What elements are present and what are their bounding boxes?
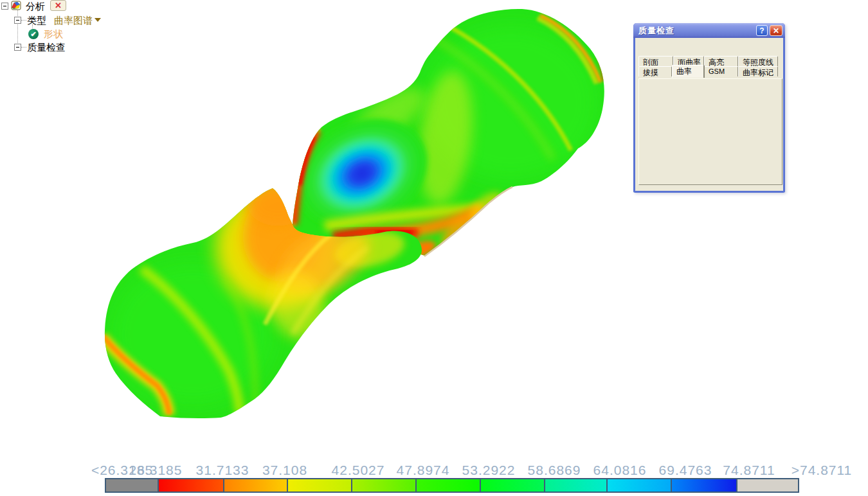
tree-connector — [21, 47, 26, 48]
tab-section[interactable]: 剖面 — [638, 56, 673, 66]
feature-tree: 分析 ✕ 类型 曲率图谱 ✔ 形状 质量检查 — [0, 0, 193, 64]
tab-highlight[interactable]: 高亮 — [704, 56, 738, 66]
tree-expander-quality[interactable] — [14, 44, 21, 51]
scale-segment — [480, 478, 545, 493]
shape-check-icon: ✔ — [28, 29, 39, 39]
scale-segment — [415, 478, 481, 493]
tab-curvature[interactable]: 曲率 — [672, 65, 704, 78]
scale-segment — [544, 478, 608, 493]
tree-connector — [17, 10, 18, 47]
tab-isophotes[interactable]: 等照度线 — [738, 56, 778, 66]
tree-connector — [21, 20, 26, 21]
tree-expander-type[interactable] — [14, 17, 21, 24]
tree-item-quality-check[interactable]: 质量检查 — [27, 42, 66, 54]
scale-tick-label: 74.8711 — [723, 463, 775, 478]
scale-tick-label: 31.7133 — [196, 463, 249, 478]
tab-curvature-marking[interactable]: 曲率标记 — [738, 66, 778, 76]
dialog-title: 质量检查 — [633, 25, 674, 37]
help-button[interactable]: ? — [756, 25, 768, 36]
tree-expander-root[interactable] — [1, 3, 8, 10]
scale-tick-label: 64.0816 — [593, 463, 647, 478]
surface-back-sheet — [278, 9, 604, 265]
scale-segment — [223, 478, 288, 493]
scale-tick-label: 42.5027 — [332, 463, 385, 478]
scale-segment — [351, 478, 417, 493]
quality-check-dialog: 质量检查 ? ✕ 剖面 面曲率 高亮 等照度线 拔摸 曲率 GSM 曲率标记 ✔… — [633, 23, 785, 193]
delete-analysis-button[interactable]: ✕ — [50, 0, 66, 11]
dropdown-arrow-icon[interactable] — [95, 18, 101, 22]
tab-gsm[interactable]: GSM — [704, 66, 738, 76]
scale-tick-label: 47.8974 — [397, 463, 450, 478]
scale-segment — [736, 478, 799, 493]
scale-segment — [105, 478, 159, 493]
tree-item-analysis[interactable]: 分析 — [26, 1, 45, 13]
scale-tick-label: 69.4763 — [659, 463, 712, 478]
tree-item-type-value[interactable]: 曲率图谱 — [54, 15, 93, 27]
analysis-icon — [11, 1, 21, 11]
scale-segment — [606, 478, 672, 493]
scale-tick-label: 37.108 — [262, 463, 307, 478]
scale-tick-label: >74.8711 — [791, 463, 853, 478]
scale-tick-label: 53.2922 — [462, 463, 516, 478]
scale-segment — [671, 478, 737, 493]
color-scale-bar — [105, 478, 799, 493]
tree-item-type-label: 类型 — [27, 15, 46, 27]
scale-tick-label: 58.6869 — [528, 463, 581, 478]
dialog-titlebar[interactable]: 质量检查 ? ✕ — [633, 23, 785, 38]
scale-segment — [158, 478, 224, 493]
close-button[interactable]: ✕ — [770, 25, 782, 36]
scale-tick-label: 26.3185 — [129, 463, 183, 478]
tree-item-shape[interactable]: 形状 — [44, 28, 63, 40]
tab-draft[interactable]: 拔摸 — [638, 66, 672, 76]
curvature-tab-page — [638, 78, 782, 185]
scale-segment — [287, 478, 352, 493]
